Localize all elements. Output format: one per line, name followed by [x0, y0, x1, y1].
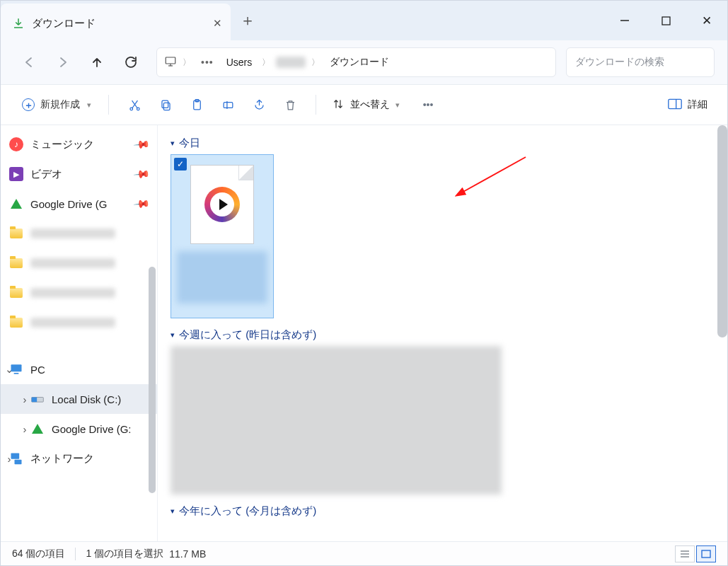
video-icon: ▶ — [9, 167, 23, 181]
sidebar-item-music[interactable]: ♪ ミュージック 📌 — [1, 129, 157, 159]
forward-button[interactable] — [47, 48, 79, 76]
download-icon — [12, 17, 25, 30]
folder-icon — [9, 286, 23, 300]
svg-rect-1 — [662, 17, 670, 25]
view-details-button[interactable] — [675, 545, 695, 562]
explorer-window: ダウンロード ✕ ＋ ✕ 〉 ••• Users 〉 〉 ダウンロード ダウンロ… — [0, 0, 728, 566]
pin-icon: 📌 — [132, 135, 151, 154]
minimize-button[interactable] — [604, 1, 645, 40]
sort-label: 並べ替え — [350, 98, 390, 111]
new-tab-button[interactable]: ＋ — [231, 1, 265, 40]
chevron-right-icon[interactable]: 〉 — [260, 57, 272, 69]
sort-button[interactable]: 並べ替え ▾ — [326, 93, 405, 117]
window-controls: ✕ — [604, 1, 727, 40]
file-items-blurred[interactable] — [171, 346, 502, 495]
cut-button[interactable] — [119, 91, 150, 118]
status-bar: 64 個の項目 1 個の項目を選択 11.7 MB — [1, 541, 727, 565]
status-size: 11.7 MB — [169, 548, 206, 560]
sidebar-item-folder-blurred[interactable] — [1, 219, 157, 248]
media-file-icon — [190, 165, 254, 244]
sidebar-item-video[interactable]: ▶ ビデオ 📌 — [1, 159, 157, 189]
content-area: ▾ 今日 ✓ ▾ 今週に入って (昨日は含めず) ▾ 今年に — [158, 125, 727, 541]
status-selection: 1 個の項目を選択 — [86, 548, 163, 560]
view-icons-button[interactable] — [696, 545, 716, 562]
music-icon: ♪ — [9, 137, 23, 151]
svg-rect-2 — [166, 57, 175, 64]
breadcrumb-overflow[interactable]: ••• — [197, 57, 218, 68]
tab-title: ダウンロード — [32, 17, 96, 30]
svg-rect-18 — [32, 398, 37, 403]
group-label: 今週に入って (昨日は含めず) — [179, 328, 316, 342]
sidebar-item-label: ビデオ — [30, 168, 62, 181]
network-icon — [9, 451, 23, 466]
sidebar-item-pc[interactable]: ⌄ PC — [1, 354, 157, 384]
separator — [75, 548, 76, 560]
sidebar-item-folder-blurred[interactable] — [1, 308, 157, 337]
chevron-down-icon: ▾ — [171, 330, 175, 340]
sidebar-item-folder-blurred[interactable] — [1, 248, 157, 278]
new-button[interactable]: ＋ 新規作成 ▾ — [15, 94, 98, 115]
sidebar-item-label: PC — [30, 364, 45, 376]
rename-button[interactable] — [212, 91, 243, 118]
chevron-down-icon: ▾ — [87, 100, 91, 110]
group-this-year[interactable]: ▾ 今年に入って (今月は含めず) — [171, 504, 713, 518]
breadcrumb-downloads[interactable]: ダウンロード — [325, 53, 393, 71]
plus-circle-icon: ＋ — [22, 98, 35, 111]
group-this-week[interactable]: ▾ 今週に入って (昨日は含めず) — [171, 328, 713, 342]
chevron-down-icon: ▾ — [171, 507, 175, 516]
maximize-button[interactable] — [645, 1, 686, 40]
toolbar: ＋ 新規作成 ▾ 並べ替え ▾ ••• 詳細 — [1, 84, 727, 125]
sidebar-item-label: ミュージック — [30, 138, 94, 151]
copy-button[interactable] — [150, 91, 181, 118]
details-pane-button[interactable]: 詳細 — [662, 94, 713, 116]
paste-button[interactable] — [181, 91, 212, 118]
more-button[interactable]: ••• — [412, 91, 444, 118]
pc-icon — [9, 362, 23, 376]
close-window-button[interactable]: ✕ — [686, 1, 727, 40]
group-today[interactable]: ▾ 今日 — [171, 137, 713, 150]
refresh-button[interactable] — [115, 48, 146, 76]
up-button[interactable] — [81, 48, 112, 76]
view-toggle — [675, 545, 716, 562]
sidebar-item-folder-blurred[interactable] — [1, 278, 157, 308]
svg-rect-11 — [224, 102, 233, 108]
tab-close-button[interactable]: ✕ — [213, 17, 222, 30]
address-bar[interactable]: 〉 ••• Users 〉 〉 ダウンロード — [156, 47, 556, 77]
sidebar-item-label: Google Drive (G — [30, 198, 107, 210]
content-scrollbar[interactable] — [717, 125, 727, 337]
sidebar-item-gdrive-pinned[interactable]: Google Drive (G 📌 — [1, 189, 157, 219]
breadcrumb-users[interactable]: Users — [222, 54, 257, 71]
details-pane-label: 詳細 — [688, 98, 707, 111]
chevron-right-icon[interactable]: 〉 — [181, 57, 192, 69]
nav-row: 〉 ••• Users 〉 〉 ダウンロード ダウンロードの検索 — [1, 40, 727, 84]
file-name-blurred — [177, 251, 267, 304]
file-item-selected[interactable]: ✓ — [171, 154, 274, 318]
sidebar-scrollbar[interactable] — [149, 267, 156, 493]
folder-icon — [9, 256, 23, 270]
body: ♪ ミュージック 📌 ▶ ビデオ 📌 Google Drive (G 📌 — [1, 125, 727, 541]
sidebar-item-gdrive[interactable]: › Google Drive (G: — [1, 414, 157, 444]
svg-rect-16 — [14, 373, 19, 374]
blurred-label — [30, 318, 115, 328]
breadcrumb-user-blurred[interactable] — [276, 57, 306, 68]
chevron-right-icon[interactable]: 〉 — [310, 57, 321, 69]
tab-downloads[interactable]: ダウンロード ✕ — [1, 4, 231, 43]
sidebar-item-network[interactable]: › ネットワーク — [1, 444, 157, 473]
sidebar-item-local-disk[interactable]: › Local Disk (C:) — [1, 384, 157, 414]
group-label: 今日 — [179, 137, 200, 150]
checkbox-checked-icon[interactable]: ✓ — [174, 158, 187, 171]
group-label: 今年に入って (今月は含めず) — [179, 504, 316, 518]
folder-icon — [9, 316, 23, 330]
blurred-label — [30, 258, 115, 268]
share-button[interactable] — [243, 91, 275, 118]
chevron-down-icon: ▾ — [395, 100, 400, 110]
titlebar: ダウンロード ✕ ＋ ✕ — [1, 1, 727, 40]
folder-icon — [9, 226, 23, 241]
gdrive-icon — [9, 197, 23, 211]
play-icon — [204, 187, 240, 222]
svg-rect-15 — [11, 364, 22, 371]
search-input[interactable]: ダウンロードの検索 — [566, 47, 715, 77]
sidebar: ♪ ミュージック 📌 ▶ ビデオ 📌 Google Drive (G 📌 — [1, 125, 158, 541]
delete-button[interactable] — [275, 91, 306, 118]
back-button[interactable] — [13, 48, 45, 76]
